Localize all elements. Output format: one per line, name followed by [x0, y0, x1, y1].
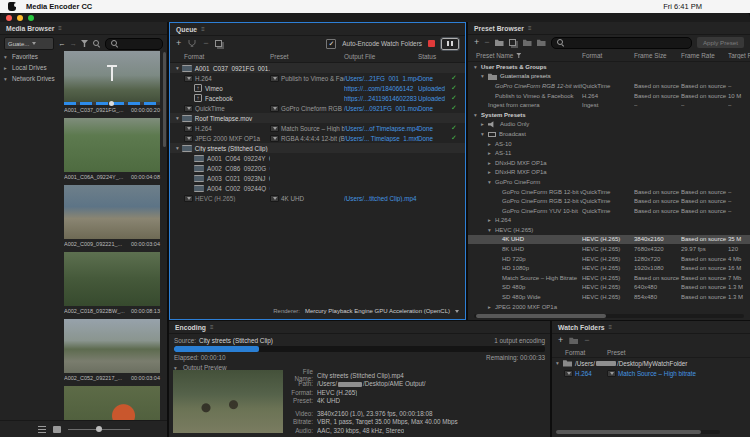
preset-dropdown[interactable]	[270, 105, 279, 112]
column-frame-size[interactable]: Frame Size	[634, 52, 681, 59]
minimize-window-button[interactable]	[17, 15, 23, 21]
column-target-rate[interactable]: Target R	[728, 52, 750, 59]
scrub-bar[interactable]	[64, 102, 160, 105]
panel-menu-icon[interactable]: ≡	[528, 25, 532, 31]
duplicate-button[interactable]	[215, 40, 222, 47]
queue-row[interactable]: ↑ Facebook https://...24119614602283 Upl…	[170, 93, 465, 103]
new-group-icon[interactable]	[495, 39, 504, 46]
remove-watch-folder-button[interactable]: −	[584, 336, 589, 345]
twisty-icon[interactable]: ▾	[4, 76, 10, 82]
preset-settings-icon[interactable]	[509, 39, 516, 46]
twisty-icon[interactable]: ▾	[176, 115, 179, 121]
output-path[interactable]: /Users/... Timelapse_1.mxf	[344, 135, 418, 142]
queue-row[interactable]: ↑ HEVC (H.265) 4K UHD /Users/...titched …	[170, 193, 465, 203]
preset-row[interactable]: HD 720p HEVC (H.265) 1280x720 Based on s…	[468, 254, 750, 264]
preset-row[interactable]: ▾ Broadcast	[468, 129, 750, 139]
filter-icon[interactable]	[516, 53, 521, 58]
apply-preset-button[interactable]: Apply Preset	[697, 37, 744, 48]
media-thumbnail[interactable]	[64, 386, 160, 421]
back-button[interactable]: ←	[58, 39, 66, 48]
media-thumbnail[interactable]: A001_C037_0921FG_... 00:00:00:20	[64, 51, 160, 115]
preset-row[interactable]: GoPro CineForm RGB 12-bit with alpha Qui…	[468, 187, 750, 197]
twisty-icon[interactable]: ▾	[176, 65, 179, 71]
tab-watch-folders[interactable]: Watch Folders	[558, 324, 605, 331]
twisty-icon[interactable]: ▸	[488, 160, 495, 166]
queue-row[interactable]: ↑ H.264 Publish to Vimeo & Face... /User…	[170, 73, 465, 83]
folder-icon[interactable]	[569, 337, 578, 344]
preset-row[interactable]: ▸ Audio Only	[468, 120, 750, 130]
preset-row[interactable]: ▾ System Presets	[468, 110, 750, 120]
preset-row[interactable]: SD 480p HEVC (H.265) 640x480 Based on so…	[468, 283, 750, 293]
thumbnail-image[interactable]	[64, 51, 160, 105]
import-presets-icon[interactable]	[523, 39, 532, 46]
preset-dropdown[interactable]	[270, 75, 279, 82]
delete-preset-button[interactable]: −	[484, 38, 489, 47]
output-path[interactable]: /Users/...of Timelapse.mp4	[344, 125, 418, 132]
format-dropdown[interactable]	[184, 135, 193, 142]
column-format[interactable]: Format	[170, 53, 270, 60]
location-dropdown[interactable]: Guate...	[4, 37, 54, 50]
output-path[interactable]: https://...com/184066142	[344, 85, 413, 92]
media-thumbnail[interactable]: A002_C018_0922BW_... 00:00:08:13	[64, 252, 160, 316]
queue-row[interactable]: ↑ Vimeo https://...com/184066142 Uploade…	[170, 83, 465, 93]
preset-row[interactable]: ▾ User Presets & Groups	[468, 62, 750, 72]
preset-row[interactable]: 4K UHD HEVC (H.265) 3840x2160 Based on s…	[468, 235, 750, 245]
close-window-button[interactable]	[6, 15, 12, 21]
status-icon[interactable]	[583, 2, 594, 11]
zoom-search-icon[interactable]	[92, 39, 101, 48]
preset-row[interactable]: HD 1080p HEVC (H.265) 1920x1080 Based on…	[468, 263, 750, 273]
twisty-icon[interactable]: ▾	[474, 64, 481, 70]
preset-dropdown[interactable]	[270, 195, 279, 202]
preset-row[interactable]: ▾ GoPro CineForm	[468, 177, 750, 187]
status-icon[interactable]	[643, 2, 654, 11]
column-preset[interactable]: Preset	[607, 349, 625, 356]
preset-row[interactable]: Ingest from camera Ingest – – –	[468, 100, 750, 110]
twisty-icon[interactable]: ▸	[4, 65, 10, 71]
preset-row[interactable]: Match Source – High Bitrate HEVC (H.265)…	[468, 273, 750, 283]
format-dropdown[interactable]	[184, 75, 193, 82]
apple-icon[interactable]	[8, 2, 16, 11]
preset-dropdown[interactable]	[607, 370, 616, 377]
queue-row[interactable]: ↑ A002_C086_09220G_001	[170, 163, 465, 173]
twisty-icon[interactable]: ▾	[488, 227, 495, 233]
preset-search-input[interactable]	[551, 37, 692, 49]
tab-preset-browser[interactable]: Preset Browser	[474, 25, 524, 32]
new-preset-button[interactable]: +	[474, 38, 479, 47]
queue-row[interactable]: ↑ JPEG 2000 MXF OP1a RGBA 4:4:4:4 12-bit…	[170, 133, 465, 143]
format-dropdown[interactable]	[184, 195, 193, 202]
twisty-icon[interactable]: ▸	[481, 121, 488, 127]
status-icon[interactable]	[603, 2, 614, 11]
export-presets-icon[interactable]	[537, 39, 546, 46]
twisty-icon[interactable]: ▾	[4, 54, 10, 60]
add-output-icon[interactable]	[187, 39, 197, 48]
media-thumbnail[interactable]: A002_C009_092221_... 00:00:03:04	[64, 185, 160, 249]
format-dropdown[interactable]	[184, 105, 193, 112]
status-icon[interactable]	[731, 2, 742, 11]
preset-dropdown[interactable]	[270, 135, 279, 142]
preset-row[interactable]: GoPro CineForm YUV 10-bit QuickTime Base…	[468, 206, 750, 216]
panel-menu-icon[interactable]: ≡	[609, 324, 613, 330]
preset-row[interactable]: ▾ Guatemala presets	[468, 72, 750, 82]
scrollbar-thumb[interactable]	[476, 314, 606, 318]
status-icon[interactable]	[543, 2, 554, 11]
twisty-icon[interactable]: ▸	[488, 304, 495, 310]
queue-row[interactable]: ↑ A004_C002_09244Q_001	[170, 183, 465, 193]
add-source-button[interactable]: +	[176, 39, 181, 48]
twisty-icon[interactable]: ▾	[488, 179, 495, 185]
renderer-dropdown[interactable]: Mercury Playback Engine GPU Acceleration…	[305, 308, 450, 314]
remove-button[interactable]: −	[203, 39, 208, 48]
stop-queue-button[interactable]	[428, 40, 435, 47]
thumbnail-view-icon[interactable]	[53, 426, 61, 433]
twisty-icon[interactable]: ▾	[556, 360, 562, 366]
twisty-icon[interactable]: ▾	[481, 131, 488, 137]
column-preset[interactable]: Preset	[270, 53, 344, 60]
preset-row[interactable]: ▸ AS-10	[468, 139, 750, 149]
media-thumbnail[interactable]: A001_C06A_09224Y_... 00:00:04:08	[64, 118, 160, 182]
app-name[interactable]: Media Encoder CC	[26, 2, 92, 11]
output-path[interactable]: https://...24119614602283	[344, 95, 417, 102]
preset-row[interactable]: GoPro CineForm RGB 12-bit with alpha (Al…	[468, 81, 750, 91]
preset-row[interactable]: ▸ H.264	[468, 216, 750, 226]
output-path[interactable]: /Users/...0921FG_001.mov	[344, 105, 418, 112]
thumbnail-image[interactable]	[64, 319, 160, 373]
twisty-icon[interactable]: ▾	[481, 73, 488, 79]
